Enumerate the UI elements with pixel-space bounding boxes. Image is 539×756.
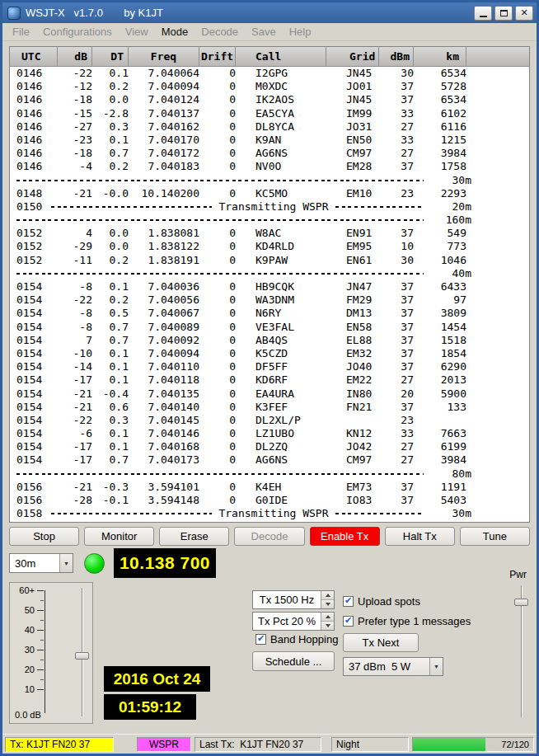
decode-row[interactable]: 0146-220.17.0400640I2GPGJN45306534 [10, 67, 529, 80]
checkbox-icon[interactable] [255, 634, 266, 645]
cell-dt: 0.2 [92, 80, 129, 93]
decode-row[interactable]: 0154-80.57.0400670N6RYDM13373809 [10, 307, 529, 320]
cell-km: 97 [414, 293, 466, 307]
spin-down-icon[interactable] [321, 599, 334, 608]
pwr-slider[interactable] [513, 584, 530, 719]
band-select[interactable]: 30m ▼ [9, 553, 73, 573]
chevron-down-icon[interactable]: ▼ [429, 658, 443, 675]
spin-up-icon[interactable] [321, 591, 334, 599]
slider-handle[interactable] [514, 599, 528, 606]
frequency-display: 10.138 700 [114, 548, 216, 578]
column-header-dt[interactable]: DT [92, 47, 129, 66]
decode-row[interactable]: 0156-28-0.13.5941480G0IDEIO83375403 [10, 494, 529, 507]
decode-row[interactable]: 0154-220.37.0401450DL2XL/P23 [10, 414, 529, 427]
decode-row[interactable]: 0154-21-0.47.0401350EA4URAIN80205900 [10, 387, 529, 401]
column-header-utc[interactable]: UTC [16, 47, 58, 66]
tx-next-button[interactable]: Tx Next [343, 633, 419, 652]
tune-button[interactable]: Tune [460, 527, 530, 546]
cell-db: 7 [58, 334, 92, 347]
column-header-db[interactable]: dB [58, 47, 92, 66]
cell-db: -21 [58, 401, 92, 414]
cell-call: KC5MO [236, 187, 326, 200]
minimize-icon [480, 16, 487, 17]
cell-drift: 0 [199, 120, 236, 134]
decode-row[interactable]: 0148-21-0.010.1402000KC5MOEM10232293 [10, 187, 529, 200]
tx-freq-spinner[interactable]: Tx 1500 Hz [252, 590, 335, 609]
halt-tx-button[interactable]: Halt Tx [385, 527, 455, 546]
decode-row[interactable]: 0154-100.17.0400940K5CZDEM32371854 [10, 347, 529, 360]
minimize-button[interactable] [474, 6, 492, 21]
decode-row[interactable]: 0156-21-0.33.5941010K4EHEM73371191 [10, 481, 529, 494]
menu-configurations[interactable]: Configurations [36, 26, 119, 38]
enable-tx-button[interactable]: Enable Tx [310, 527, 380, 546]
decode-row[interactable]: 0146-15-2.87.0401370EA5CYAIM99336102 [10, 107, 529, 120]
checkbox-icon[interactable] [343, 616, 354, 627]
decode-row[interactable]: 0146-120.27.0400940M0XDCJO01375728 [10, 80, 529, 93]
decode-row[interactable]: 0154-60.17.0401460LZ1UBOKN12337663 [10, 427, 529, 440]
dash-line [16, 219, 424, 221]
menu-save[interactable]: Save [245, 26, 283, 38]
decode-row[interactable]: 0154-170.17.0401680DL2ZQJO42276199 [10, 440, 529, 453]
column-header-drift[interactable]: Drift [199, 47, 236, 66]
tx-pct-spinner[interactable]: Tx Pct 20 % [252, 612, 335, 631]
decode-button[interactable]: Decode [234, 527, 304, 546]
decode-row[interactable]: 015470.77.0400920AB4QSEL88371518 [10, 334, 529, 347]
table-body[interactable]: 0146-220.17.0400640I2GPGJN453065340146-1… [10, 67, 529, 522]
close-button[interactable]: ✕ [515, 6, 533, 21]
decode-row[interactable]: 015240.01.8380810W8ACEN9137549 [10, 227, 529, 240]
power-select[interactable]: 37 dBm 5 W ▼ [343, 657, 443, 676]
menu-file[interactable]: File [6, 26, 36, 38]
erase-button[interactable]: Erase [159, 527, 229, 546]
slider-handle[interactable] [75, 652, 89, 660]
column-header-call[interactable]: Call [236, 47, 326, 66]
decode-row[interactable]: 0154-140.17.0401100DF5FFJO40376290 [10, 360, 529, 373]
spin-up-icon[interactable] [321, 613, 334, 621]
meter-scale-label: 40 [12, 626, 35, 635]
column-header-grid[interactable]: Grid [326, 47, 379, 66]
decode-row[interactable]: 0154-80.77.0400890VE3FALEN58371454 [10, 321, 529, 334]
gain-slider[interactable] [74, 586, 91, 718]
cell-db: -21 [58, 387, 92, 401]
stop-button[interactable]: Stop [9, 527, 79, 546]
prefer-type1-checkbox[interactable]: Prefer type 1 messages [343, 615, 471, 627]
dash-line [16, 273, 424, 275]
decode-row[interactable]: 0146-230.17.0401700K9ANEN50331215 [10, 134, 529, 147]
upload-spots-checkbox[interactable]: Upload spots [343, 595, 420, 608]
decode-row[interactable]: 0146-40.27.0401830NV0OEM28371758 [10, 160, 529, 173]
monitor-button[interactable]: Monitor [84, 527, 154, 546]
decode-row[interactable]: 0154-220.27.0400560WA3DNMFM293797 [10, 293, 529, 307]
decode-row[interactable]: 0146-180.07.0401240IK2AOSJN45376534 [10, 93, 529, 106]
cell-freq: 3.594101 [129, 481, 199, 494]
column-header-dbm[interactable]: dBm [379, 47, 414, 66]
menu-help[interactable]: Help [283, 26, 318, 38]
title-bar[interactable]: WSJT-X v1.7.0 by K1JT ✕ [2, 2, 537, 23]
cell-db: -14 [58, 360, 92, 373]
decode-row[interactable]: 0146-270.37.0401620DL8YCAJO31276116 [10, 120, 529, 134]
column-header-freq[interactable]: Freq [129, 47, 199, 66]
tx-progress-bar: 72/120 [412, 737, 534, 752]
cell-call: W8AC [236, 227, 326, 240]
cell-call: K9PAW [236, 254, 326, 267]
decode-row[interactable]: 0152-290.01.8381220KD4RLDEM9510773 [10, 240, 529, 253]
signal-meter: 60+5040302010 0.0 dB [9, 582, 93, 724]
menu-mode[interactable]: Mode [155, 26, 195, 38]
decode-row[interactable]: 0154-170.77.0401730AG6NSCM97273984 [10, 453, 529, 467]
decode-row[interactable]: 0154-80.17.0400360HB9CQKJN47376433 [10, 280, 529, 293]
menu-decode[interactable]: Decode [195, 26, 245, 38]
spin-down-icon[interactable] [321, 621, 334, 630]
cell-drift: 0 [199, 107, 236, 120]
cell-db: -17 [58, 373, 92, 387]
meter-scale-label: 20 [12, 665, 35, 674]
maximize-button[interactable] [494, 6, 513, 21]
checkbox-icon[interactable] [343, 596, 354, 607]
chevron-down-icon[interactable]: ▼ [59, 554, 73, 572]
meter-scale-label: 10 [12, 685, 35, 694]
column-header-km[interactable]: km [414, 47, 466, 66]
menu-view[interactable]: View [119, 26, 155, 38]
decode-row[interactable]: 0154-170.17.0401180KD6RFEM22272013 [10, 373, 529, 387]
schedule-button[interactable]: Schedule ... [252, 651, 335, 671]
decode-row[interactable]: 0146-180.77.0401720AG6NSCM97273984 [10, 147, 529, 160]
decode-row[interactable]: 0152-110.21.8381910K9PAWEN61301046 [10, 254, 529, 267]
band-hopping-checkbox[interactable]: Band Hopping [255, 633, 338, 646]
decode-row[interactable]: 0154-210.67.0401400K3FEFFN2137133 [10, 401, 529, 414]
